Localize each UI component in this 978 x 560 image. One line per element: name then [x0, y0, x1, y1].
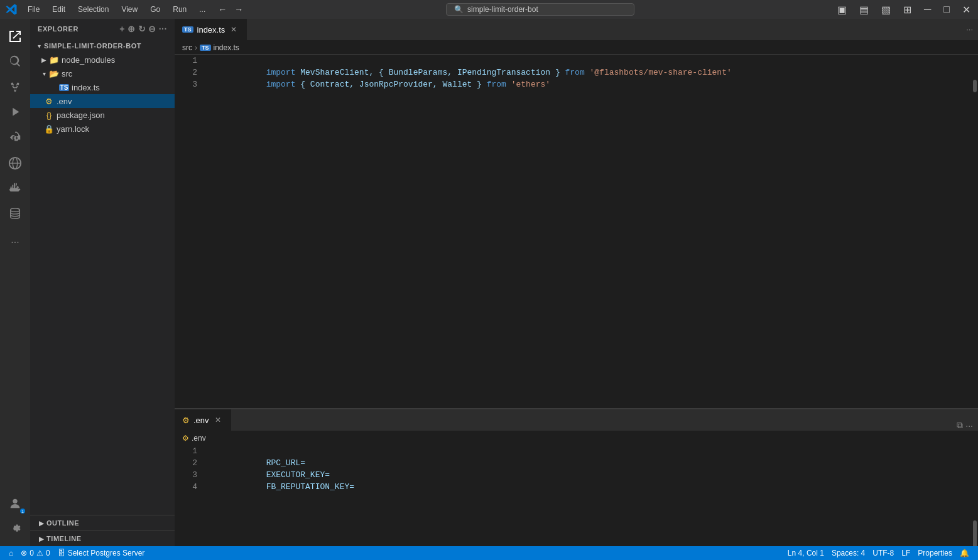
nav-back[interactable]: ←: [215, 3, 229, 16]
nav-forward[interactable]: →: [232, 3, 246, 16]
menu-edit[interactable]: Edit: [47, 4, 70, 15]
breadcrumb-index-ts: index.ts: [214, 43, 239, 52]
src-folder[interactable]: ▾ 📂 src: [30, 67, 175, 80]
outline-header[interactable]: ▶ OUTLINE: [30, 515, 175, 530]
bottom-scrollbar[interactable]: [972, 445, 978, 546]
search-box[interactable]: 🔍 simple-limit-order-bot: [446, 3, 634, 16]
top-editor-breadcrumb: src › TS index.ts: [175, 41, 978, 55]
bottom-breadcrumb-icon: ⚙: [182, 434, 189, 443]
menu-file[interactable]: File: [23, 4, 45, 15]
node-modules-folder[interactable]: ▶ 📁 node_modules: [30, 53, 175, 67]
docker-activity-icon[interactable]: [4, 177, 26, 200]
index-ts-file[interactable]: TS index.ts: [30, 80, 175, 94]
line-num-3: 3: [175, 78, 197, 90]
project-root[interactable]: ▾ SIMPLE-LIMIT-ORDER-BOT: [30, 39, 175, 53]
maximize-btn[interactable]: □: [941, 4, 952, 16]
bottom-more-icon[interactable]: ···: [965, 421, 973, 431]
menu-go[interactable]: Go: [145, 4, 165, 15]
menu-run[interactable]: Run: [168, 4, 192, 15]
env-arrow: [35, 97, 43, 105]
node-modules-arrow: ▶: [40, 56, 48, 63]
extensions-activity-icon[interactable]: [4, 126, 26, 148]
top-code-content[interactable]: import MevShareClient, { BundleParams, I…: [205, 55, 972, 408]
bottom-code-editor[interactable]: 1 2 3 4 RPC_URL= EXECUTOR_KEY= FB_REPUTA…: [175, 445, 978, 546]
package-json-label: package.json: [57, 110, 105, 120]
kw-from-1: from: [560, 68, 590, 77]
yarn-lock-file[interactable]: 🔒 yarn.lock: [30, 122, 175, 136]
explorer-activity-icon[interactable]: [4, 25, 26, 48]
env-fb-reputation-key: FB_REPUTATION_KEY=: [266, 482, 354, 492]
bottom-breadcrumb-env: .env: [192, 434, 206, 443]
bottom-editor-pane: ⚙ .env ✕ ⧉ ··· ⚙ .env 1 2 3: [175, 408, 978, 546]
outline-section: ▶ OUTLINE: [30, 515, 175, 530]
more-activity-icon[interactable]: ···: [4, 231, 26, 254]
errors-status[interactable]: ⊗ 0 ⚠ 0: [17, 546, 53, 560]
split-editor-icon[interactable]: ⧉: [957, 420, 963, 431]
remote-icon: ⌂: [9, 549, 13, 557]
package-json-file[interactable]: {} package.json: [30, 108, 175, 122]
top-code-editor[interactable]: 1 2 3 import MevShareClient, { BundlePar…: [175, 55, 978, 408]
yarn-file-icon: 🔒: [44, 124, 54, 134]
run-debug-activity-icon[interactable]: [4, 100, 26, 123]
outline-arrow: ▶: [38, 519, 45, 527]
bottom-line-numbers: 1 2 3 4: [175, 445, 205, 546]
svg-point-4: [13, 499, 17, 503]
line-ending-status[interactable]: LF: [898, 546, 914, 560]
env-file[interactable]: ⚙ .env: [30, 94, 175, 108]
notifications-status[interactable]: 🔔: [956, 546, 973, 560]
settings-icon[interactable]: [4, 517, 26, 540]
encoding-status[interactable]: UTF-8: [869, 546, 898, 560]
customize-layout-btn[interactable]: ⊞: [901, 4, 914, 16]
node-modules-label: node_modules: [62, 55, 115, 65]
env-label: .env: [57, 97, 72, 106]
breadcrumb-src: src: [182, 43, 192, 52]
ln-col-status[interactable]: Ln 4, Col 1: [784, 546, 828, 560]
collapse-all-icon[interactable]: ⊖: [148, 24, 156, 34]
language-status[interactable]: Properties: [914, 546, 956, 560]
minimize-btn[interactable]: ─: [921, 4, 933, 16]
more-actions-icon[interactable]: ···: [159, 24, 167, 34]
env-tab[interactable]: ⚙ .env ✕: [175, 409, 231, 431]
toggle-secondary-sidebar-btn[interactable]: ▧: [879, 4, 893, 16]
index-ts-tab-close[interactable]: ✕: [229, 24, 239, 35]
spaces-status[interactable]: Spaces: 4: [828, 546, 869, 560]
ts-tab-icon: TS: [182, 26, 193, 33]
index-ts-arrow: [50, 83, 58, 91]
top-editor-more[interactable]: ···: [961, 19, 978, 40]
line-num-1: 1: [175, 55, 197, 67]
src-arrow: ▾: [40, 70, 48, 77]
top-scrollbar[interactable]: [972, 55, 978, 408]
bottom-code-content[interactable]: RPC_URL= EXECUTOR_KEY= FB_REPUTATION_KEY…: [205, 445, 972, 546]
remote-status[interactable]: ⌂: [5, 546, 17, 560]
bcode-line-1: RPC_URL=: [207, 445, 972, 457]
index-ts-tab[interactable]: TS index.ts ✕: [175, 19, 247, 40]
status-bar: ⌂ ⊗ 0 ⚠ 0 🗄 Select Postgres Server Ln 4,…: [0, 546, 978, 560]
refresh-icon[interactable]: ↻: [138, 24, 146, 34]
new-file-icon[interactable]: +: [119, 24, 125, 34]
menu-selection[interactable]: Selection: [73, 4, 114, 15]
search-activity-icon[interactable]: [4, 50, 26, 73]
vscode-logo: [5, 3, 18, 16]
index-ts-tab-label: index.ts: [197, 25, 225, 35]
sidebar-title: EXPLORER: [38, 25, 79, 33]
menu-view[interactable]: View: [116, 4, 143, 15]
id-mevshare: MevShareClient, { BundleParams, IPending…: [300, 68, 560, 77]
kw-from-2: from: [482, 80, 511, 89]
bcode-line-2: EXECUTOR_KEY=: [207, 457, 972, 469]
src-label: src: [62, 69, 72, 78]
ts-file-icon: TS: [59, 82, 69, 92]
menu-more[interactable]: ...: [194, 4, 210, 15]
database-activity-icon[interactable]: [4, 202, 26, 225]
source-control-activity-icon[interactable]: [4, 75, 26, 98]
new-folder-icon[interactable]: ⊕: [128, 24, 136, 34]
db-icon: 🗄: [58, 549, 65, 557]
db-status[interactable]: 🗄 Select Postgres Server: [54, 546, 149, 560]
remote-explorer-activity-icon[interactable]: [4, 152, 26, 175]
toggle-panel-btn[interactable]: ▤: [857, 4, 871, 16]
timeline-header[interactable]: ▶ TIMELINE: [30, 531, 175, 546]
toggle-sidebar-btn[interactable]: ▣: [835, 4, 849, 16]
env-tab-close[interactable]: ✕: [213, 415, 223, 425]
close-btn[interactable]: ✕: [960, 4, 973, 16]
index-ts-label: index.ts: [72, 83, 100, 92]
account-icon[interactable]: 1: [4, 492, 26, 515]
